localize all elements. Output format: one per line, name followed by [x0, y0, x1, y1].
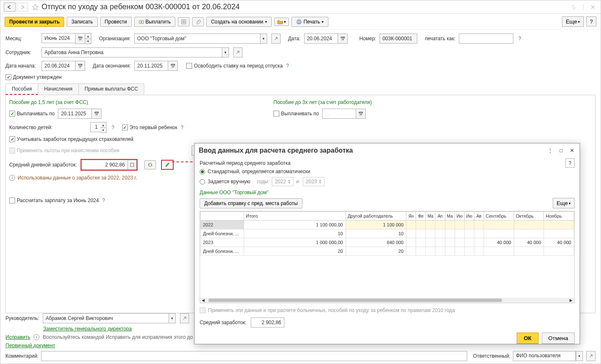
radio-auto[interactable] [200, 169, 205, 174]
menu-dots-icon[interactable]: ⋮ [580, 4, 587, 10]
month-spinner[interactable]: ▲▼ [85, 33, 91, 44]
avg-daily-input[interactable]: 2 902,86 [81, 160, 127, 170]
manager-dropdown-button[interactable]: ▾ [169, 313, 176, 323]
avg-daily-calc-button[interactable] [127, 160, 137, 170]
save-button[interactable]: Записать [67, 17, 97, 27]
modal-more-button[interactable]: Еще ▾ [553, 198, 575, 208]
first-child-checkbox[interactable] [122, 125, 128, 130]
responsible-dropdown-button[interactable]: ▾ [576, 351, 583, 361]
employee-input[interactable]: Арбатова Анна Петровна [42, 47, 222, 57]
children-count-group[interactable]: 1 ▲▼ [90, 122, 107, 133]
employee-open-button[interactable] [233, 47, 242, 57]
year2-input: 2023 ▲▼ [303, 177, 325, 186]
close-window-icon[interactable]: ✕ [591, 4, 597, 10]
comment-input[interactable] [41, 351, 467, 361]
pay-until-3-checkbox[interactable] [273, 111, 279, 117]
favorite-star-icon[interactable] [31, 3, 39, 11]
edit-button[interactable] [162, 161, 173, 169]
tab-accruals[interactable]: Начисления [38, 83, 79, 95]
deputy-link[interactable]: Заместитель генерального директора [43, 326, 132, 332]
pay-until-date-group[interactable]: 20.11.2025 [58, 109, 101, 119]
radio-manual[interactable] [200, 179, 205, 185]
document-icon-button[interactable] [178, 17, 190, 26]
pay-button[interactable]: Выплатить [134, 17, 176, 27]
org-input-group[interactable]: ООО "Торговый дом" ▾ [134, 34, 267, 44]
children-count-spinner[interactable]: ▲▼ [100, 122, 107, 133]
nav-back-button[interactable] [4, 3, 16, 12]
help-hint-icon[interactable]: ? [102, 198, 105, 203]
responsible-input[interactable]: ФИО пользователя [513, 351, 576, 361]
post-button[interactable]: Провести [100, 17, 132, 27]
primary-doc-link[interactable]: Первичный документ [5, 343, 55, 348]
scroll-left-icon[interactable]: ◀ [202, 298, 205, 302]
pay-until-calendar-button[interactable] [91, 109, 101, 119]
month-calendar-button[interactable] [75, 33, 85, 44]
table-row[interactable]: 20221 100 000,001 100 000 [200, 221, 574, 229]
scroll-thumb[interactable] [208, 299, 502, 302]
print-button[interactable]: Печать ▾ [291, 17, 328, 27]
org-open-button[interactable] [271, 34, 281, 44]
help-hint-icon[interactable]: ? [518, 36, 521, 42]
calc-salary-checkbox[interactable] [9, 198, 15, 203]
end-date-group[interactable]: 20.11.2025 [134, 61, 178, 71]
table-row[interactable]: Дней болезни, ...1010 [200, 229, 574, 238]
responsible-open-button[interactable] [586, 351, 596, 361]
manager-input[interactable]: Абрамов Сергей Викторович [43, 313, 169, 323]
responsible-input-group[interactable]: ФИО пользователя ▾ [513, 351, 583, 361]
cancel-button[interactable]: Отмена [542, 333, 575, 344]
link-icon[interactable] [570, 4, 577, 10]
start-date-group[interactable]: 20.06.2024 [42, 61, 85, 71]
modal-title: Ввод данных для расчета среднего заработ… [199, 147, 547, 154]
horizontal-scrollbar[interactable]: ◀ ▶ [200, 298, 574, 303]
table-row[interactable]: 20231 000 000,00840 00040 00040 00040 00… [200, 238, 574, 247]
chevron-down-icon: ▾ [171, 316, 173, 320]
modal-menu-icon[interactable]: ⋮ [547, 147, 554, 154]
date-input[interactable]: 20.06.2024 [304, 34, 338, 44]
scroll-right-icon[interactable]: ▶ [570, 298, 572, 302]
manager-input-group[interactable]: Абрамов Сергей Викторович ▾ [43, 313, 176, 323]
pay-until-input[interactable]: 20.11.2025 [58, 109, 91, 119]
release-rate-checkbox[interactable] [186, 63, 192, 69]
start-calendar-button[interactable] [75, 61, 85, 71]
help-hint-icon[interactable]: ? [112, 125, 114, 130]
prev-insurers-checkbox[interactable] [9, 136, 15, 142]
add-reference-button[interactable]: Добавить справку с пред. места работы [200, 198, 302, 208]
employee-dropdown-button[interactable]: ▾ [222, 47, 229, 57]
table-row[interactable]: Дней болезни, ...2020 [200, 247, 574, 256]
ok-button[interactable]: ОК [517, 333, 539, 344]
date-input-group[interactable]: 20.06.2024 [304, 34, 348, 44]
start-date-input[interactable]: 20.06.2024 [42, 61, 75, 71]
attachment-button[interactable] [192, 17, 204, 26]
print-as-input[interactable] [459, 34, 513, 44]
help-button[interactable]: ? [586, 16, 596, 26]
more-button[interactable]: Еще ▾ [562, 16, 584, 27]
modal-maximize-icon[interactable]: □ [558, 147, 565, 154]
month-input[interactable]: Июнь 2024 [42, 33, 75, 43]
employee-input-group[interactable]: Арбатова Анна Петровна ▾ [42, 47, 229, 57]
earnings-table[interactable]: Итого Другой работодатель Ян Фе Ма Ап Ма… [200, 211, 575, 303]
tab-fss[interactable]: Прямые выплаты ФСС [78, 83, 144, 95]
create-based-on-button[interactable]: Создать на основании ▾ [206, 17, 272, 27]
help-hint-icon[interactable]: ? [286, 63, 289, 69]
tab-benefits[interactable]: Пособия [5, 83, 38, 95]
col-total: Итого [244, 212, 346, 221]
month-input-group[interactable]: Июнь 2024 ▲▼ [42, 33, 91, 44]
refresh-button[interactable] [144, 160, 156, 169]
pay-until-checkbox[interactable] [9, 111, 15, 117]
folder-button[interactable]: ▾ [274, 18, 289, 26]
end-calendar-button[interactable] [168, 61, 178, 71]
modal-help-button[interactable]: ? [565, 159, 575, 168]
modal-close-icon[interactable]: ✕ [569, 147, 575, 154]
print-as-label: печатать как: [425, 36, 455, 42]
org-input[interactable]: ООО "Торговый дом" [134, 34, 260, 44]
end-date-input[interactable]: 20.11.2025 [134, 61, 168, 71]
date-calendar-button[interactable] [338, 34, 348, 44]
children-count-input[interactable]: 1 [90, 122, 100, 132]
post-and-close-button[interactable]: Провести и закрыть [5, 17, 64, 27]
help-hint-icon[interactable]: ? [181, 125, 184, 130]
org-dropdown-button[interactable]: ▾ [260, 34, 267, 44]
approved-checkbox[interactable] [5, 74, 11, 80]
nav-forward-button[interactable] [16, 3, 28, 12]
correct-link[interactable]: Исправить [5, 334, 30, 340]
manager-open-button[interactable] [180, 313, 189, 323]
